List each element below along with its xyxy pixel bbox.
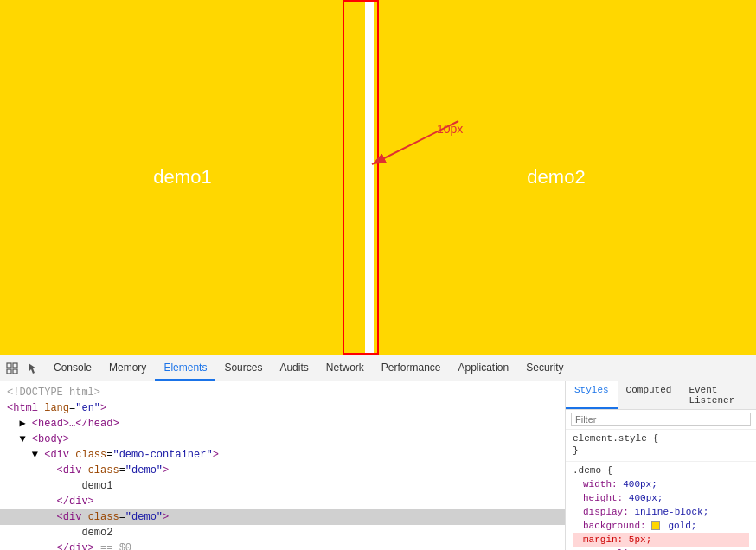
demo1-label: demo1: [153, 166, 211, 189]
styles-panel: Styles Computed Event Listener element.s…: [566, 381, 756, 550]
demo2-block: demo2: [374, 0, 739, 355]
dom-line-demo1-open[interactable]: <div class="demo">: [0, 463, 565, 478]
demo-prop-background: background: gold;: [573, 519, 749, 533]
tab-elements[interactable]: Elements: [155, 355, 215, 381]
devtools-panel: Console Memory Elements Sources Audits N…: [0, 355, 756, 550]
element-style-rule: element.style { }: [566, 430, 756, 462]
margin-gap: [365, 0, 374, 355]
tab-memory[interactable]: Memory: [100, 355, 155, 381]
styles-tabs: Styles Computed Event Listener: [566, 381, 756, 410]
tab-security[interactable]: Security: [517, 355, 572, 381]
annotation-text: 10px: [437, 122, 463, 136]
devtools-toolbar: Console Memory Elements Sources Audits N…: [0, 355, 756, 381]
tab-console[interactable]: Console: [45, 355, 100, 381]
dom-panel[interactable]: <!DOCTYPE html> <html lang="en"> ▶ <head…: [0, 381, 566, 550]
svg-rect-4: [7, 369, 11, 374]
demo-prop-margin: margin: 5px;: [573, 533, 749, 547]
dom-line-html[interactable]: <html lang="en">: [0, 400, 565, 416]
cursor-icon[interactable]: [24, 360, 42, 377]
element-style-close: }: [573, 445, 749, 456]
demo-prop-display: display: inline-block;: [573, 505, 749, 519]
styles-tab-styles[interactable]: Styles: [566, 381, 618, 409]
tab-audits[interactable]: Audits: [271, 355, 317, 381]
demo-selector: .demo {: [573, 465, 749, 476]
styles-tab-event-listener[interactable]: Event Listener: [680, 381, 756, 409]
tab-performance[interactable]: Performance: [373, 355, 450, 381]
styles-filter[interactable]: [566, 410, 756, 430]
dom-line-demo1-text[interactable]: demo1: [0, 478, 565, 494]
dom-line-body[interactable]: ▼ <body>: [0, 432, 565, 447]
demo2-label: demo2: [527, 166, 585, 189]
demo-container: demo1 demo2: [0, 0, 756, 355]
svg-rect-2: [7, 363, 11, 368]
inspect-icon[interactable]: [3, 360, 21, 377]
dom-line-demo2-close[interactable]: </div> == $0: [0, 540, 565, 550]
color-swatch: [651, 521, 660, 530]
annotation-label: 10px: [437, 121, 463, 137]
dom-line-demo2-text[interactable]: demo2: [0, 525, 565, 540]
demo-prop-text-align: text-align: center;: [573, 547, 749, 550]
demo-rule: .demo { width: 400px; height: 400px; dis…: [566, 462, 756, 550]
styles-tab-computed[interactable]: Computed: [618, 381, 681, 409]
dom-line-doctype[interactable]: <!DOCTYPE html>: [0, 385, 565, 400]
tab-application[interactable]: Application: [450, 355, 518, 381]
styles-filter-input[interactable]: [571, 412, 751, 426]
dom-line-head[interactable]: ▶ <head>…</head>: [0, 416, 565, 432]
demo-prop-height: height: 400px;: [573, 491, 749, 505]
devtools-tabs: Console Memory Elements Sources Audits N…: [45, 355, 753, 381]
tab-sources[interactable]: Sources: [215, 355, 271, 381]
devtools-content: <!DOCTYPE html> <html lang="en"> ▶ <head…: [0, 381, 756, 550]
preview-area: demo1 demo2 10px: [0, 0, 756, 355]
svg-marker-6: [29, 363, 36, 374]
dom-line-demo2-open[interactable]: <div class="demo">: [0, 509, 565, 525]
demo1-block: demo1: [0, 0, 365, 355]
demo-prop-width: width: 400px;: [573, 477, 749, 491]
dom-line-demo1-close[interactable]: </div>: [0, 494, 565, 509]
svg-rect-5: [13, 369, 17, 374]
tab-network[interactable]: Network: [317, 355, 373, 381]
element-style-selector: element.style {: [573, 433, 749, 444]
dom-line-demo-container[interactable]: ▼ <div class="demo-container">: [0, 447, 565, 463]
svg-rect-3: [13, 363, 17, 368]
